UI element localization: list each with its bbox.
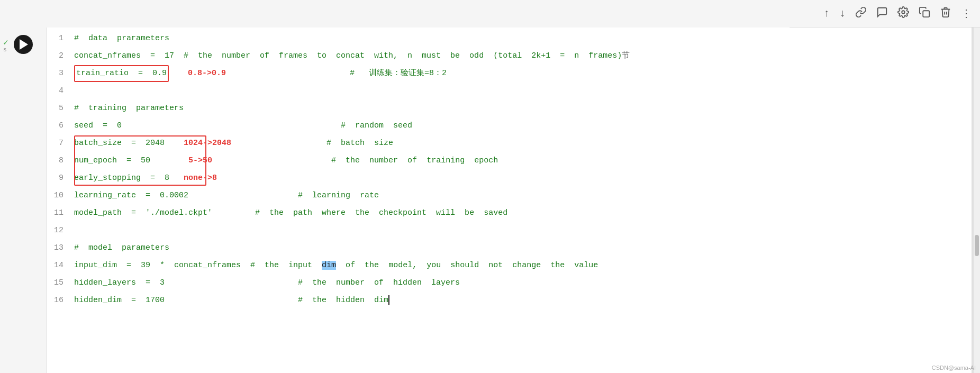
code-area[interactable]: 1 # data prarameters 2 concat_nframes = …: [47, 28, 974, 373]
link-icon[interactable]: [855, 6, 867, 21]
more-icon[interactable]: ⋮: [961, 7, 972, 20]
line-11: 11 model_path = './model.ckpt' # the pat…: [47, 204, 972, 222]
trash-icon[interactable]: [940, 6, 951, 21]
line-code-16: hidden_dim = 1700 # the hidden dim: [74, 292, 972, 309]
comment-icon[interactable]: [876, 6, 888, 21]
line-num-5: 5: [47, 99, 74, 117]
line-num-1: 1: [47, 30, 74, 47]
svg-point-0: [902, 11, 905, 14]
checkmark: ✓: [3, 37, 8, 48]
scrollbar[interactable]: [974, 28, 980, 373]
line-num-7: 7: [47, 134, 74, 152]
up-icon[interactable]: ↑: [823, 7, 830, 20]
watermark: CSDN@sama-AI: [932, 365, 976, 371]
line-4: 4: [47, 82, 972, 99]
line-1: 1 # data prarameters: [47, 30, 972, 47]
line-code-3: train_ratio = 0.9 0.8->0.9 # 训练集：验证集=8：2: [74, 65, 972, 82]
line-7: 7 batch_size = 2048 1024->2048 # batch s…: [47, 134, 972, 152]
line-5: 5 # training parameters: [47, 99, 972, 117]
line-num-12: 12: [47, 222, 74, 239]
line-code-5: # training parameters: [74, 99, 972, 117]
line-code-8: num_epoch = 50 5->50 # the number of tra…: [74, 152, 972, 169]
toolbar: ↑ ↓ ⋮: [790, 0, 980, 28]
line-num-3: 3: [47, 65, 74, 82]
copy-icon[interactable]: [919, 6, 930, 21]
svg-rect-1: [923, 11, 929, 17]
line-num-6: 6: [47, 117, 74, 134]
line-6: 6 seed = 0 # random seed: [47, 117, 972, 134]
line-num-11: 11: [47, 204, 74, 222]
line-num-15: 15: [47, 274, 74, 292]
line-code-10: learning_rate = 0.0002 # learning rate: [74, 187, 972, 204]
down-icon[interactable]: ↓: [839, 7, 846, 20]
run-button[interactable]: [14, 35, 33, 54]
line-3: 3 train_ratio = 0.9 0.8->0.9 # 训练集：验证集=8…: [47, 65, 972, 82]
line-code-14: input_dim = 39 * concat_nframes # the in…: [74, 257, 972, 274]
run-button-area: ✓ s: [0, 28, 47, 373]
line-8: 8 num_epoch = 50 5->50 # the number of t…: [47, 152, 972, 169]
cell-container: ✓ s 1 # data prarameters 2 concat_nframe…: [0, 28, 980, 373]
line-code-1: # data prarameters: [74, 30, 972, 47]
line-num-9: 9: [47, 169, 74, 187]
line-9: 9 early_stopping = 8 none->8: [47, 169, 972, 187]
scrollbar-thumb: [975, 235, 979, 256]
gear-icon[interactable]: [897, 6, 909, 21]
line-num-13: 13: [47, 239, 74, 257]
line-2: 2 concat_nframes = 17 # the number of fr…: [47, 47, 972, 65]
line-10: 10 learning_rate = 0.0002 # learning rat…: [47, 187, 972, 204]
line-num-10: 10: [47, 187, 74, 204]
line-code-2: concat_nframes = 17 # the number of fram…: [74, 47, 972, 65]
line-12: 12: [47, 222, 972, 239]
line-code-11: model_path = './model.ckpt' # the path w…: [74, 204, 972, 222]
line-code-13: # model parameters: [74, 239, 972, 257]
line-num-16: 16: [47, 292, 74, 309]
line-num-8: 8: [47, 152, 74, 169]
line-num-2: 2: [47, 47, 74, 65]
s-label: s: [3, 47, 7, 53]
line-num-14: 14: [47, 257, 74, 274]
line-15: 15 hidden_layers = 3 # the number of hid…: [47, 274, 972, 292]
lines-7-9-container: 7 batch_size = 2048 1024->2048 # batch s…: [47, 134, 972, 187]
line-code-15: hidden_layers = 3 # the number of hidden…: [74, 274, 972, 292]
line-16: 16 hidden_dim = 1700 # the hidden dim: [47, 292, 972, 309]
line-code-7: batch_size = 2048 1024->2048 # batch siz…: [74, 134, 972, 152]
line-14: 14 input_dim = 39 * concat_nframes # the…: [47, 257, 972, 274]
line-code-6: seed = 0 # random seed: [74, 117, 972, 134]
line-num-4: 4: [47, 82, 74, 99]
line-code-9: early_stopping = 8 none->8: [74, 169, 972, 187]
line-13: 13 # model parameters: [47, 239, 972, 257]
